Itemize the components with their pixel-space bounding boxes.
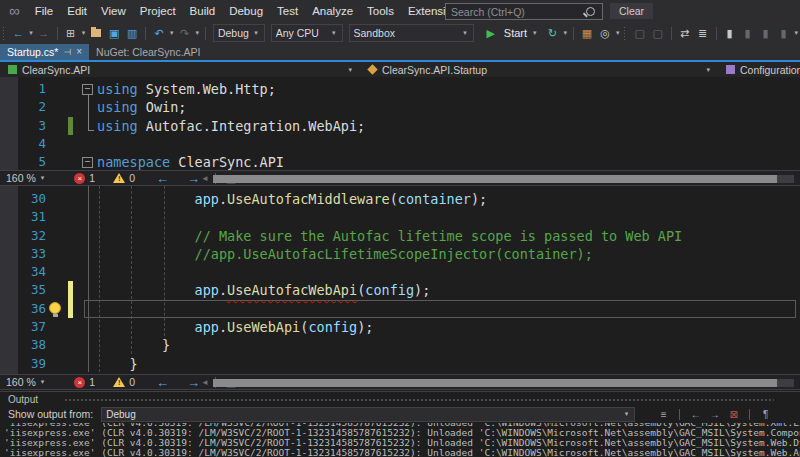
code-text[interactable] [97, 208, 800, 226]
glyph-margin[interactable] [46, 245, 97, 263]
menu-item-build[interactable]: Build [183, 0, 223, 22]
code-line-35[interactable]: 35 app.UseAutofacWebApi(config); [0, 281, 800, 299]
zoom-caret-icon[interactable]: ▾ [39, 174, 47, 182]
code-text[interactable]: namespace ClearSync.API [97, 153, 800, 170]
line-number[interactable]: 39 [0, 355, 46, 373]
scrollbar-thumb[interactable] [213, 379, 777, 387]
menu-item-file[interactable]: File [28, 0, 61, 22]
fold-collapse-icon[interactable]: – [82, 84, 93, 95]
code-line-1[interactable]: 1–using System.Web.Http; [0, 80, 800, 98]
code-line-34[interactable]: 34 [0, 263, 800, 281]
navigate-back-icon[interactable]: ← [147, 171, 178, 186]
navigate-back-icon[interactable]: ← [147, 375, 178, 390]
pin-icon[interactable]: ⊤ [59, 48, 75, 56]
code-text[interactable] [97, 263, 800, 281]
navigate-backward-caret-icon[interactable]: ▾ [27, 29, 35, 37]
open-file-icon[interactable] [91, 29, 101, 37]
glyph-margin[interactable] [46, 208, 97, 226]
prev-bookmark-icon[interactable]: ▮ [738, 22, 756, 44]
tab-startup-cs[interactable]: Startup.cs* ⊤ × [0, 44, 89, 60]
goto-previous-message-icon[interactable]: ← [686, 409, 705, 420]
line-number[interactable]: 37 [0, 318, 46, 336]
error-icon[interactable]: × [74, 377, 85, 388]
clear-all-output-icon[interactable]: ⊠ [724, 409, 743, 420]
lightbulb-icon[interactable] [49, 302, 61, 314]
clear-bookmarks-icon[interactable]: ▮ [774, 22, 792, 44]
code-text[interactable]: app.UseWebApi(config); [97, 318, 800, 336]
code-line-36[interactable]: 36 [0, 300, 800, 318]
line-number[interactable]: 38 [0, 336, 46, 354]
code-text[interactable] [97, 135, 800, 153]
pending-changes-icon[interactable]: ≣ [694, 22, 712, 44]
line-number[interactable]: 30 [0, 190, 46, 208]
redo-icon[interactable]: ↷ [176, 22, 194, 44]
search-icon[interactable] [586, 7, 595, 16]
hot-reload-caret-icon[interactable]: ▾ [562, 29, 570, 37]
line-number[interactable]: 35 [0, 281, 46, 299]
platform-dropdown[interactable]: Any CPU ▾ [271, 24, 343, 42]
goto-message-icon[interactable]: ≡ [654, 409, 673, 420]
menu-item-analyze[interactable]: Analyze [305, 0, 360, 22]
glyph-margin[interactable] [46, 190, 97, 208]
line-number[interactable]: 1 [0, 80, 46, 98]
horizontal-scrollbar[interactable] [213, 175, 794, 183]
tab-nuget-clearsync-api[interactable]: NuGet: ClearSync.API [89, 44, 207, 60]
menu-item-project[interactable]: Project [133, 0, 183, 22]
line-number[interactable]: 4 [0, 135, 46, 153]
menu-item-debug[interactable]: Debug [222, 0, 270, 22]
code-text[interactable]: using System.Web.Http; [97, 80, 800, 98]
scroll-left-icon[interactable]: ◄ [201, 174, 209, 183]
close-icon[interactable]: × [76, 44, 82, 60]
glyph-margin[interactable]: – [46, 153, 97, 170]
configuration-dropdown[interactable]: Debug ▾ [213, 24, 265, 42]
menu-item-tools[interactable]: Tools [360, 0, 401, 22]
profile-dropdown[interactable]: Sandbox ▾ [349, 24, 474, 42]
save-all-icon[interactable]: ▥ [123, 22, 141, 44]
code-text[interactable]: using Autofac.Integration.WebApi; [97, 117, 800, 135]
word-wrap-icon[interactable]: ¶ [756, 409, 775, 420]
next-bookmark-icon[interactable]: ▮ [756, 22, 774, 44]
fold-collapse-icon[interactable]: – [82, 157, 93, 168]
code-line-5[interactable]: 5–namespace ClearSync.API [0, 153, 800, 170]
goto-next-message-icon[interactable]: → [705, 409, 724, 420]
code-text[interactable]: app.UseAutofacMiddleware(container); [97, 190, 800, 208]
navigate-forward-icon[interactable]: → [35, 22, 53, 44]
code-line-31[interactable]: 31 [0, 208, 800, 226]
line-number[interactable]: 34 [0, 263, 46, 281]
bookmark-icon[interactable]: ▮ [720, 22, 738, 44]
iis-express-icon[interactable]: ◎ [596, 22, 614, 44]
code-text[interactable]: //app.UseAutofacLifetimeScopeInjector(co… [97, 245, 800, 263]
output-panel-title[interactable]: Output [0, 393, 800, 406]
tool-window-alt-icon[interactable]: ▢ [649, 22, 667, 44]
menu-item-test[interactable]: Test [270, 0, 305, 22]
chevron-down-icon[interactable]: ▾ [346, 66, 354, 74]
breadcrumb-member[interactable]: Configuration(IAppBuil [718, 62, 800, 77]
undo-caret-icon[interactable]: ▾ [168, 29, 176, 37]
glyph-margin[interactable] [46, 355, 97, 373]
code-line-39[interactable]: 39 } [0, 355, 800, 373]
new-project-caret-icon[interactable]: ▾ [80, 29, 88, 37]
code-line-2[interactable]: 2using Owin; [0, 98, 800, 116]
panel-grip[interactable] [64, 398, 774, 403]
code-line-33[interactable]: 33 //app.UseAutofacLifetimeScopeInjector… [0, 245, 800, 263]
menu-item-edit[interactable]: Edit [60, 0, 94, 22]
iis-express-caret-icon[interactable]: ▾ [614, 29, 622, 37]
line-number[interactable]: 33 [0, 245, 46, 263]
chevron-down-icon[interactable]: ▾ [704, 66, 712, 74]
scrollbar-thumb[interactable] [213, 175, 777, 183]
tool-window-icon[interactable]: ▢ [631, 22, 649, 44]
hot-reload-icon[interactable]: ↻ [544, 22, 562, 44]
search-box[interactable]: Search (Ctrl+Q) [445, 3, 603, 20]
code-text[interactable]: app.UseAutofacWebApi(config); [97, 281, 800, 299]
code-text[interactable]: // Make sure the Autofac lifetime scope … [97, 227, 800, 245]
line-number[interactable]: 3 [0, 117, 46, 135]
sync-active-document-icon[interactable]: ⇄ [676, 22, 694, 44]
code-text[interactable]: using Owin; [97, 98, 800, 116]
line-number[interactable]: 36 [0, 300, 46, 318]
new-project-icon[interactable]: ⊞ [62, 22, 80, 44]
output-log[interactable]: 'iisexpress.exe' (CLR v4.0.30319: /LM/W3… [4, 423, 800, 457]
toolbar-grip[interactable] [623, 26, 626, 40]
horizontal-scrollbar[interactable] [213, 379, 794, 387]
output-source-dropdown[interactable]: Debug ▾ [101, 407, 635, 422]
editor-pane-bottom[interactable]: 30 app.UseAutofacMiddleware(container);3… [0, 186, 800, 374]
